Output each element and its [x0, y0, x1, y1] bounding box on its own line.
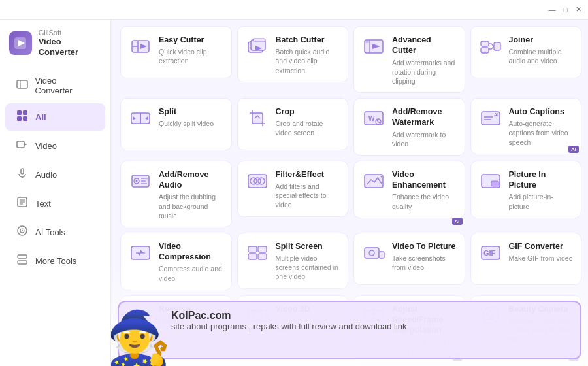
- tool-title-video-enhancement: Video Enhancement: [392, 169, 457, 191]
- tool-card-wrapper-video-compression: Video CompressionCompress audio and vide…: [120, 233, 232, 290]
- tool-card-easy-cutter[interactable]: Easy CutterQuick video clip extraction: [120, 26, 232, 78]
- tool-icon-crop: [246, 107, 269, 130]
- app-layout: GiliSoft Video Converter Video Converter: [0, 20, 588, 366]
- tool-card-video-to-picture[interactable]: Video To PictureTake screenshots from vi…: [353, 233, 465, 285]
- sidebar-label-text: Text: [35, 199, 51, 208]
- tool-title-batch-cutter: Batch Cutter: [276, 35, 340, 45]
- tool-card-beauty-camera[interactable]: Beauty CameraWebcam, video and picture b…: [470, 295, 582, 352]
- tool-card-crop[interactable]: CropCrop and rotate video screen: [237, 98, 349, 150]
- tool-card-reverse[interactable]: ReverseReverse the video: [120, 295, 232, 348]
- tool-icon-add-remove-watermark: W: [362, 107, 385, 130]
- tool-card-split[interactable]: SplitQuickly split video: [120, 98, 232, 150]
- logo-text: GiliSoft Video Converter: [39, 29, 101, 57]
- tool-card-split-screen[interactable]: Split ScreenMultiple video screens conta…: [237, 233, 349, 289]
- tool-info-add-remove-watermark: Add/Remove WatermarkAdd watermark to vid…: [392, 107, 457, 148]
- tool-info-gif-converter: GIF ConverterMake GIF from video: [509, 241, 574, 263]
- svg-rect-7: [23, 116, 27, 121]
- sidebar-logo: GiliSoft Video Converter: [0, 20, 110, 66]
- svg-rect-41: [252, 113, 263, 124]
- video-converter-icon: [16, 78, 29, 93]
- tool-card-video-3d[interactable]: Video 3DConvert ordinary video to 3D: [237, 295, 349, 348]
- tool-card-add-remove-audio[interactable]: Add/Remove AudioAdjust the dubbing and b…: [120, 161, 232, 227]
- sidebar-label-more-tools: More Tools: [35, 256, 76, 266]
- product-name: Video Converter: [39, 37, 101, 57]
- tool-icon-video-enhancement: [362, 169, 385, 193]
- sidebar-item-text[interactable]: Text: [5, 190, 105, 217]
- svg-rect-76: [365, 248, 379, 258]
- tool-card-wrapper-gif-converter: GIF GIF ConverterMake GIF from video: [470, 233, 582, 290]
- tool-icon-easy-cutter: [129, 35, 152, 58]
- tools-grid-container[interactable]: Easy CutterQuick video clip extraction B…: [111, 20, 588, 366]
- tool-desc-split: Quickly split video: [159, 119, 223, 128]
- tool-title-crop: Crop: [276, 107, 340, 117]
- tool-info-reverse: ReverseReverse the video: [159, 304, 223, 325]
- sidebar-item-more-tools[interactable]: More Tools: [5, 247, 105, 274]
- tool-card-video-enhancement[interactable]: Video EnhancementEnhance the video quali…: [353, 161, 465, 218]
- sidebar: GiliSoft Video Converter Video Converter: [0, 20, 111, 366]
- svg-rect-20: [18, 261, 27, 264]
- svg-text:AI: AI: [494, 112, 498, 117]
- svg-rect-28: [253, 39, 265, 41]
- tool-icon-filter-effect: [246, 169, 269, 193]
- tool-card-filter-effect[interactable]: Filter&EffectAdd filters and special eff…: [237, 161, 349, 217]
- tool-card-add-remove-watermark[interactable]: W Add/Remove WatermarkAdd watermark to v…: [353, 98, 465, 156]
- svg-point-56: [136, 180, 138, 182]
- svg-rect-74: [248, 254, 257, 259]
- tools-grid: Easy CutterQuick video clip extraction B…: [120, 26, 581, 366]
- tool-info-split-screen: Split ScreenMultiple video screens conta…: [276, 241, 340, 282]
- tool-title-split: Split: [159, 107, 223, 117]
- tool-title-add-remove-audio: Add/Remove Audio: [159, 169, 223, 191]
- svg-rect-81: [131, 310, 150, 321]
- tool-title-picture-in-picture: Picture In Picture: [509, 169, 574, 191]
- tool-desc-crop: Crop and rotate video screen: [276, 119, 340, 137]
- tool-title-video-to-picture: Video To Picture: [392, 241, 457, 252]
- tool-card-adjust-speed[interactable]: Adjust Speed/Frame InterpolationSmooth t…: [353, 295, 465, 363]
- tool-desc-video-to-picture: Take screenshots from video: [392, 254, 457, 272]
- tool-card-wrapper-batch-cutter: Batch CutterBatch quick audio and video …: [237, 26, 349, 93]
- tool-desc-gif-converter: Make GIF from video: [509, 254, 574, 263]
- tool-card-batch-cutter[interactable]: Batch CutterBatch quick audio and video …: [237, 26, 349, 82]
- tool-desc-picture-in-picture: Add picture-in-picture: [509, 192, 574, 210]
- sidebar-item-ai-tools[interactable]: AI Tools: [5, 218, 105, 246]
- tool-desc-advanced-cutter: Add watermarks and rotation during clipp…: [392, 58, 457, 86]
- tool-title-easy-cutter: Easy Cutter: [159, 35, 223, 45]
- tool-card-wrapper-joiner: JoinerCombine multiple audio and video: [470, 26, 582, 93]
- tool-card-wrapper-picture-in-picture: Picture In PictureAdd picture-in-picture: [470, 161, 582, 227]
- tool-card-wrapper-advanced-cutter: Advanced CutterAdd watermarks and rotati…: [353, 26, 465, 93]
- sidebar-nav: Video Converter All: [0, 66, 110, 278]
- tool-card-auto-captions[interactable]: AI Auto CaptionsAuto-generate captions f…: [470, 98, 582, 154]
- tool-card-picture-in-picture[interactable]: Picture In PictureAdd picture-in-picture: [470, 161, 582, 218]
- tool-title-video-3d: Video 3D: [276, 304, 340, 314]
- tool-card-advanced-cutter[interactable]: Advanced CutterAdd watermarks and rotati…: [353, 26, 465, 93]
- sidebar-label-video: Video: [35, 141, 57, 151]
- tool-card-gif-converter[interactable]: GIF GIF ConverterMake GIF from video: [470, 233, 582, 285]
- tool-desc-joiner: Combine multiple audio and video: [509, 47, 574, 65]
- tool-info-add-remove-audio: Add/Remove AudioAdjust the dubbing and b…: [159, 169, 223, 220]
- tool-desc-split-screen: Multiple video screens contained in one …: [276, 254, 340, 282]
- tool-card-joiner[interactable]: JoinerCombine multiple audio and video: [470, 26, 582, 78]
- sidebar-label-video-converter: Video Converter: [35, 76, 95, 95]
- maximize-button[interactable]: □: [561, 5, 570, 14]
- tool-info-batch-cutter: Batch CutterBatch quick audio and video …: [276, 35, 340, 75]
- sidebar-item-audio[interactable]: Audio: [5, 161, 105, 188]
- tool-card-video-compression[interactable]: Video CompressionCompress audio and vide…: [120, 233, 232, 290]
- sidebar-item-all[interactable]: All: [5, 103, 105, 131]
- tool-title-beauty-camera: Beauty Camera: [509, 304, 574, 314]
- tool-title-reverse: Reverse: [159, 304, 223, 314]
- sidebar-item-video-converter[interactable]: Video Converter: [5, 69, 105, 102]
- tool-icon-advanced-cutter: [362, 35, 385, 58]
- tool-desc-batch-cutter: Batch quick audio and video clip extract…: [276, 47, 340, 75]
- sidebar-label-ai-tools: AI Tools: [35, 227, 65, 237]
- audio-icon: [16, 167, 29, 182]
- close-button[interactable]: ✕: [574, 5, 583, 14]
- tool-icon-add-remove-audio: [129, 169, 152, 193]
- video-icon: [16, 139, 29, 153]
- tool-title-split-screen: Split Screen: [276, 241, 340, 252]
- sidebar-item-video[interactable]: Video: [5, 132, 105, 159]
- tool-icon-adjust-speed: [362, 304, 385, 327]
- tool-desc-add-remove-audio: Adjust the dubbing and background music: [159, 192, 223, 220]
- tool-card-wrapper-adjust-speed: Adjust Speed/Frame InterpolationSmooth t…: [353, 295, 465, 363]
- minimize-button[interactable]: —: [547, 5, 557, 14]
- tool-title-filter-effect: Filter&Effect: [276, 169, 340, 180]
- tool-info-filter-effect: Filter&EffectAdd filters and special eff…: [276, 169, 340, 210]
